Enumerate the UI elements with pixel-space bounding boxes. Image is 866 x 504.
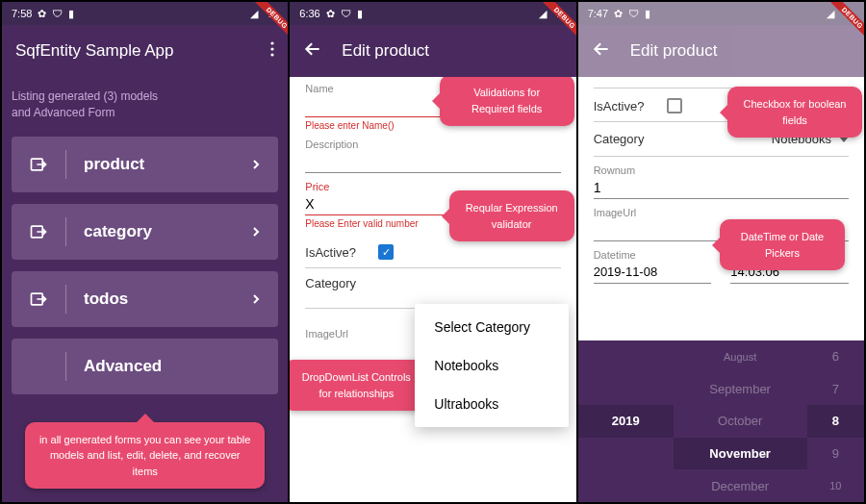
- status-time: 7:58: [12, 8, 32, 19]
- shield-icon: 🛡: [341, 8, 351, 19]
- gear-icon: ✿: [326, 8, 335, 20]
- field-label: IsActive?: [594, 99, 653, 113]
- open-icon: [29, 155, 48, 174]
- status-bar: 6:36 ✿ 🛡 ▮ ◢ ▲: [290, 2, 575, 25]
- doc-icon: ▮: [645, 8, 650, 20]
- form-body: IsActive? Category Notebooks Rownum Imag…: [578, 77, 864, 502]
- model-button-advanced[interactable]: Advanced: [12, 339, 278, 394]
- picker-cell[interactable]: 10: [807, 469, 864, 502]
- model-button-product[interactable]: product: [12, 137, 278, 192]
- chevron-right-icon: [251, 294, 261, 304]
- app-title: SqfEntity Sample App: [15, 41, 173, 61]
- gear-icon: ✿: [38, 8, 46, 20]
- shield-icon: 🛡: [628, 8, 639, 19]
- picker-cell[interactable]: September: [674, 373, 807, 406]
- model-label: Advanced: [84, 357, 261, 376]
- screen-home: DEBUG 7:58 ✿ 🛡 ▮ ◢ ▲ SqfEntity Sample Ap…: [2, 2, 288, 502]
- doc-icon: ▮: [357, 8, 363, 20]
- picker-day-col[interactable]: 6 7 8 9 10: [807, 340, 864, 502]
- callout-dropdown: DropDownList Controls for relationships: [290, 360, 428, 411]
- open-icon: [29, 222, 48, 241]
- field-label: Description: [305, 139, 560, 150]
- field-label: Category: [305, 276, 365, 290]
- callout-required: Validations for Required fields: [440, 77, 574, 126]
- date-picker[interactable]: 2019 August September October November D…: [578, 340, 864, 502]
- picker-cell[interactable]: October: [674, 405, 807, 438]
- shield-icon: 🛡: [52, 8, 63, 19]
- svg-point-2: [271, 53, 274, 56]
- field-label: ImageUrl: [594, 207, 849, 218]
- picker-cell[interactable]: November: [674, 438, 807, 470]
- picker-cell[interactable]: 7: [807, 373, 864, 406]
- date-value[interactable]: 2019-11-08: [594, 261, 712, 284]
- model-label: product: [84, 155, 234, 174]
- description-input[interactable]: [305, 150, 560, 173]
- chevron-right-icon: [251, 227, 261, 237]
- field-label: Rownum: [594, 164, 849, 176]
- app-bar: Edit product: [578, 25, 864, 77]
- arrow-left-icon: [592, 39, 611, 59]
- wifi-icon: ◢: [827, 8, 838, 19]
- wifi-icon: ◢: [250, 8, 262, 19]
- model-button-category[interactable]: category: [12, 204, 278, 260]
- callout-datetime: DateTime or Date Pickers: [720, 219, 845, 270]
- status-bar: 7:58 ✿ 🛡 ▮ ◢ ▲: [2, 2, 288, 25]
- chevron-right-icon: [251, 160, 261, 169]
- picker-cell[interactable]: [578, 373, 674, 406]
- category-dropdown[interactable]: Select Category Notebooks Ultrabooks: [415, 304, 568, 427]
- callout-forms: in all generated forms you can see your …: [25, 422, 265, 490]
- more-icon[interactable]: [270, 41, 274, 61]
- svg-point-0: [271, 41, 274, 44]
- picker-year-col[interactable]: 2019: [578, 340, 674, 502]
- picker-cell[interactable]: 6: [807, 340, 864, 373]
- svg-point-1: [271, 47, 274, 50]
- wifi-icon: ◢: [539, 8, 550, 19]
- status-bar: 7:47 ✿ 🛡 ▮ ◢ ▲: [578, 2, 864, 25]
- back-button[interactable]: [592, 39, 611, 63]
- status-time: 7:47: [588, 8, 608, 19]
- picker-cell[interactable]: 2019: [578, 405, 674, 438]
- picker-month-col[interactable]: August September October November Decemb…: [674, 340, 807, 502]
- form-body: Name Please enter Name() Description Pri…: [290, 77, 575, 502]
- screen-edit-2: DEBUG 7:47 ✿ 🛡 ▮ ◢ ▲ Edit product IsActi…: [578, 2, 864, 502]
- gear-icon: ✿: [614, 8, 623, 20]
- doc-icon: ▮: [68, 8, 74, 20]
- picker-cell[interactable]: [578, 340, 674, 373]
- callout-regex: Reqular Expression validator: [449, 190, 574, 241]
- status-time: 6:36: [299, 8, 319, 19]
- screen-edit-1: DEBUG 6:36 ✿ 🛡 ▮ ◢ ▲ Edit product Name P…: [290, 2, 575, 502]
- app-bar: SqfEntity Sample App: [2, 25, 288, 77]
- picker-cell[interactable]: December: [674, 469, 807, 502]
- model-label: category: [84, 222, 234, 241]
- picker-cell[interactable]: [578, 438, 674, 470]
- dropdown-item[interactable]: Ultrabooks: [415, 385, 568, 423]
- picker-cell[interactable]: 8: [807, 405, 864, 438]
- model-button-todos[interactable]: todos: [12, 271, 278, 327]
- field-description: Description: [305, 139, 560, 173]
- app-bar: Edit product: [290, 25, 575, 77]
- callout-checkbox: Checkbox for boolean fields: [727, 87, 862, 138]
- picker-cell[interactable]: August: [674, 340, 807, 373]
- app-title: Edit product: [342, 41, 429, 61]
- app-title: Edit product: [630, 41, 718, 61]
- home-subtitle: Listing generated (3) models and Advance…: [12, 88, 278, 121]
- rownum-input[interactable]: [594, 176, 849, 199]
- field-rownum: Rownum: [594, 164, 849, 199]
- field-category[interactable]: Category: [305, 268, 560, 309]
- dropdown-item[interactable]: Select Category: [415, 308, 568, 346]
- back-button[interactable]: [303, 39, 322, 63]
- model-label: todos: [84, 290, 234, 309]
- arrow-left-icon: [303, 39, 322, 59]
- home-body: Listing generated (3) models and Advance…: [2, 77, 288, 502]
- picker-cell[interactable]: [578, 469, 674, 502]
- field-label: IsActive?: [305, 245, 365, 260]
- checkbox-icon[interactable]: [667, 98, 682, 113]
- open-icon: [29, 290, 48, 309]
- checkbox-icon[interactable]: ✓: [378, 244, 394, 260]
- picker-cell[interactable]: 9: [807, 438, 864, 470]
- field-label: Category: [594, 132, 645, 146]
- dropdown-item[interactable]: Notebooks: [415, 346, 568, 385]
